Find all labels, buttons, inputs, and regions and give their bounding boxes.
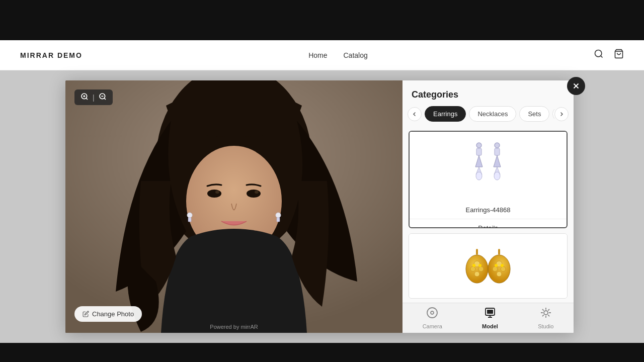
jewelry-card-1-image [410, 132, 567, 202]
store-logo: MIRRAR DEMO [20, 51, 83, 59]
svg-point-37 [472, 264, 475, 267]
camera-icon [426, 307, 438, 322]
zoom-controls: | [74, 89, 113, 105]
category-tabs: Earrings Necklaces Sets Rings [403, 106, 574, 127]
change-photo-label: Change Photo [92, 310, 134, 318]
bottom-toolbar: Camera Model [403, 303, 574, 333]
close-button[interactable] [567, 77, 585, 95]
svg-line-16 [86, 98, 88, 100]
jewelry-card-1-details[interactable]: Details [410, 219, 567, 228]
categories-title: Categories [403, 80, 574, 106]
svg-rect-47 [498, 249, 500, 255]
jewelry-card-1-name: Earrings-44868 [410, 202, 567, 219]
svg-point-8 [247, 190, 261, 198]
toolbar-camera[interactable]: Camera [415, 304, 450, 332]
svg-rect-51 [487, 310, 493, 314]
svg-point-22 [476, 143, 481, 148]
jewelry-card-2-image [409, 234, 567, 299]
zoom-out-button[interactable] [99, 93, 107, 102]
model-icon [484, 307, 496, 322]
modal-area: | Change Photo Powered by mirrAR [0, 70, 644, 343]
svg-rect-28 [495, 148, 500, 155]
svg-point-42 [493, 266, 498, 272]
svg-point-36 [474, 272, 479, 277]
modal-box: | Change Photo Powered by mirrAR [65, 80, 574, 333]
toolbar-model[interactable]: Model [474, 304, 506, 332]
nav-catalog[interactable]: Catalog [343, 51, 367, 59]
svg-point-26 [476, 172, 482, 180]
tab-necklaces[interactable]: Necklaces [469, 106, 516, 122]
svg-line-20 [104, 98, 106, 100]
tabs-prev-arrow[interactable] [408, 107, 422, 121]
store-header: MIRRAR DEMO Home Catalog [0, 40, 644, 70]
store-nav: Home Catalog [308, 51, 368, 59]
tabs-row: Earrings Necklaces Sets Rings [422, 106, 554, 122]
zoom-divider: | [93, 94, 95, 102]
svg-point-31 [494, 172, 500, 180]
svg-point-45 [495, 264, 498, 267]
svg-rect-12 [188, 218, 191, 222]
jewelry-list: Earrings-44868 Details [403, 127, 574, 303]
toolbar-studio[interactable]: Studio [530, 304, 561, 332]
svg-point-27 [495, 143, 500, 148]
jewelry-panel: Categories Earrings Necklaces Sets Rings [403, 80, 574, 333]
powered-by: Powered by mirrAR [210, 324, 258, 330]
svg-point-35 [478, 266, 484, 272]
model-label: Model [482, 323, 498, 329]
svg-point-48 [427, 308, 437, 318]
svg-marker-24 [475, 155, 482, 167]
studio-icon [540, 307, 552, 322]
svg-point-32 [466, 255, 488, 283]
svg-rect-23 [476, 148, 481, 155]
top-bar [0, 0, 644, 40]
svg-line-1 [601, 56, 603, 58]
svg-point-9 [215, 191, 219, 194]
photo-panel: | Change Photo Powered by mirrAR [65, 80, 403, 333]
change-photo-button[interactable]: Change Photo [74, 306, 142, 322]
svg-rect-39 [476, 249, 478, 255]
bottom-bar [0, 343, 644, 362]
svg-point-46 [501, 264, 504, 267]
jewelry-card-2[interactable] [409, 233, 568, 299]
svg-point-43 [501, 266, 506, 272]
tab-sets[interactable]: Sets [519, 106, 549, 122]
svg-point-34 [470, 266, 475, 272]
camera-label: Camera [423, 323, 442, 329]
svg-point-0 [595, 50, 601, 57]
cart-icon[interactable] [614, 49, 624, 61]
svg-point-38 [478, 264, 481, 267]
svg-point-7 [207, 190, 221, 198]
nav-home[interactable]: Home [308, 51, 327, 59]
header-icons [594, 49, 624, 61]
store-container: MIRRAR DEMO Home Catalog [0, 40, 644, 343]
svg-point-40 [488, 255, 510, 283]
svg-rect-14 [277, 218, 280, 222]
svg-point-13 [276, 213, 281, 218]
studio-label: Studio [538, 323, 553, 329]
svg-point-52 [544, 311, 548, 315]
svg-point-10 [255, 191, 259, 194]
tabs-next-arrow[interactable] [554, 107, 569, 121]
jewelry-card-1[interactable]: Earrings-44868 Details [409, 131, 568, 228]
svg-point-44 [497, 272, 502, 277]
svg-marker-29 [494, 155, 501, 167]
tab-earrings[interactable]: Earrings [425, 106, 466, 122]
svg-point-11 [187, 213, 192, 218]
svg-point-49 [431, 311, 434, 314]
search-icon[interactable] [594, 49, 604, 61]
model-background [65, 80, 403, 333]
zoom-in-button[interactable] [80, 93, 89, 102]
